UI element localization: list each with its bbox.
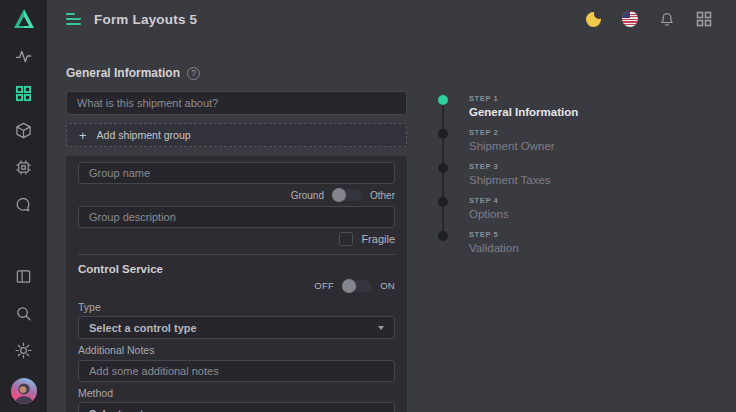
shipment-group-card: Ground Other Fragile Control Service OFF… — [66, 156, 407, 412]
main-content: General Information ? + Add shipment gro… — [47, 38, 736, 412]
step-dot — [438, 95, 448, 105]
plus-icon: + — [79, 129, 87, 142]
chat-bubble-icon[interactable] — [15, 195, 33, 213]
section-title: General Information — [66, 66, 180, 80]
header-actions — [586, 11, 712, 27]
app-logo[interactable] — [0, 0, 47, 38]
form-column: General Information ? + Add shipment gro… — [66, 38, 407, 412]
ground-other-toggle[interactable] — [332, 189, 362, 201]
storage-method-select[interactable]: Select a storage — [78, 402, 395, 412]
sidebar-nav-bottom — [11, 267, 37, 412]
cpu-chip-icon[interactable] — [15, 158, 33, 176]
step-dot — [438, 231, 448, 241]
apps-menu-grid-icon[interactable] — [696, 11, 712, 27]
language-us-flag-icon[interactable] — [622, 11, 638, 27]
sidebar — [0, 0, 47, 412]
apps-grid-icon[interactable] — [15, 84, 33, 102]
off-label: OFF — [314, 280, 334, 291]
settings-gear-icon[interactable] — [15, 341, 33, 359]
notifications-bell-icon[interactable] — [659, 11, 675, 27]
control-type-select[interactable]: Select a control type — [78, 316, 395, 339]
group-name-input[interactable] — [78, 162, 395, 184]
type-label: Type — [78, 301, 395, 313]
theme-moon-icon[interactable] — [586, 12, 601, 27]
additional-notes-label: Additional Notes — [78, 344, 395, 356]
control-type-value: Select a control type — [89, 322, 197, 334]
activity-icon[interactable] — [15, 47, 33, 65]
off-on-toggle[interactable] — [342, 280, 372, 292]
page-title: Form Layouts 5 — [94, 12, 197, 27]
step-item-shipment-owner[interactable]: STEP 2 Shipment Owner — [438, 128, 578, 153]
other-label: Other — [370, 190, 395, 201]
triangle-logo-icon — [12, 7, 36, 31]
step-label: STEP 5 — [469, 230, 519, 240]
fragile-label: Fragile — [361, 233, 395, 245]
step-label: STEP 4 — [469, 196, 509, 206]
fragile-checkbox[interactable] — [339, 232, 353, 246]
menu-toggle-icon[interactable] — [66, 13, 81, 25]
ground-other-toggle-row: Ground Other — [78, 188, 395, 202]
step-label: STEP 2 — [469, 128, 555, 138]
section-divider — [78, 254, 395, 255]
package-cube-icon[interactable] — [15, 121, 33, 139]
on-label: ON — [380, 280, 395, 291]
ground-label: Ground — [291, 190, 324, 201]
off-on-toggle-row: OFF ON — [78, 278, 395, 293]
method-label: Method — [78, 387, 395, 399]
step-title: General Information — [469, 105, 578, 119]
step-item-validation[interactable]: STEP 5 Validation — [438, 230, 578, 255]
step-label: STEP 3 — [469, 162, 551, 172]
step-item-options[interactable]: STEP 4 Options — [438, 196, 578, 221]
step-item-general-information[interactable]: STEP 1 General Information — [438, 94, 578, 119]
add-shipment-group-button[interactable]: + Add shipment group — [66, 123, 407, 147]
step-dot — [438, 163, 448, 173]
fragile-row: Fragile — [78, 232, 395, 246]
control-service-title: Control Service — [78, 263, 395, 276]
search-icon[interactable] — [15, 304, 33, 322]
sidebar-nav-top — [15, 47, 33, 213]
help-circle-icon[interactable]: ? — [187, 67, 200, 80]
wizard-steps: STEP 1 General Information STEP 2 Shipme… — [438, 94, 578, 264]
step-item-shipment-taxes[interactable]: STEP 3 Shipment Taxes — [438, 162, 578, 187]
step-title: Shipment Taxes — [469, 173, 551, 187]
shipment-about-input[interactable] — [66, 91, 407, 115]
toggle-knob — [332, 188, 346, 202]
step-title: Shipment Owner — [469, 139, 555, 153]
layout-panel-icon[interactable] — [15, 267, 33, 285]
storage-method-value: Select a storage — [89, 408, 173, 412]
step-dot — [438, 197, 448, 207]
header: Form Layouts 5 — [47, 0, 736, 38]
avatar-person-icon — [11, 378, 37, 404]
user-avatar[interactable] — [11, 378, 37, 404]
section-header: General Information ? — [66, 66, 407, 80]
chevron-down-icon — [378, 326, 384, 330]
group-description-input[interactable] — [78, 206, 395, 228]
step-dot — [438, 129, 448, 139]
step-title: Validation — [469, 241, 519, 255]
additional-notes-input[interactable] — [78, 360, 395, 382]
toggle-knob — [342, 279, 356, 293]
step-label: STEP 1 — [469, 94, 578, 104]
step-title: Options — [469, 207, 509, 221]
add-shipment-group-label: Add shipment group — [97, 129, 191, 141]
